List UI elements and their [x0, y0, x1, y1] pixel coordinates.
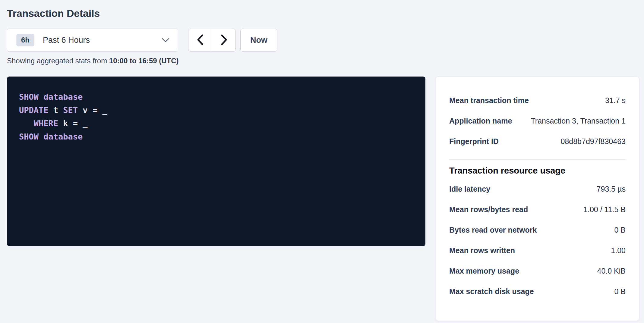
main-content: SHOW databaseUPDATE t SET v = _ WHERE k …: [7, 77, 639, 321]
sql-statement-panel: SHOW databaseUPDATE t SET v = _ WHERE k …: [7, 77, 425, 246]
sql-token: k = _: [58, 119, 88, 128]
stat-value: Transaction 3, Transaction 1: [531, 116, 626, 126]
stat-row: Mean rows/bytes read1.00 / 11.5 B: [449, 199, 626, 220]
chevron-left-icon: [197, 34, 204, 46]
stat-row: Max memory usage40.0 KiB: [449, 261, 626, 281]
sql-token: [39, 92, 43, 102]
sql-token: database: [43, 92, 83, 102]
stat-label: Max memory usage: [449, 266, 525, 276]
stat-label: Mean rows written: [449, 246, 521, 255]
sql-token: SHOW: [19, 92, 39, 102]
stat-row: Idle latency793.5 µs: [449, 179, 626, 199]
sql-token: t: [49, 105, 63, 115]
stat-row: Max scratch disk usage0 B: [449, 281, 626, 302]
stat-label: Mean rows/bytes read: [449, 205, 534, 214]
sql-token: SHOW: [19, 132, 39, 141]
transaction-stats-card: Mean transaction time31.7 sApplication n…: [435, 77, 639, 321]
sql-line: SHOW database: [19, 90, 413, 104]
sql-token: database: [43, 132, 83, 141]
sql-token: [39, 132, 43, 141]
stat-label: Application name: [449, 116, 518, 126]
summary-stats-list: Mean transaction time31.7 sApplication n…: [449, 90, 626, 152]
stat-row: Fingerprint ID08d8b7d97f830463: [449, 131, 626, 152]
sql-token: UPDATE: [19, 105, 49, 115]
time-range-badge: 6h: [16, 34, 34, 46]
caption-prefix: Showing aggregated stats from: [7, 57, 109, 65]
stat-value: 08d8b7d97f830463: [560, 136, 626, 146]
stat-label: Mean transaction time: [449, 96, 535, 105]
stat-label: Max scratch disk usage: [449, 287, 540, 296]
next-range-button[interactable]: [212, 29, 235, 51]
sql-token: [19, 119, 34, 128]
stat-label: Fingerprint ID: [449, 136, 505, 146]
page-title: Transaction Details: [7, 8, 639, 19]
caption-time-range: 10:00 to 16:59 (UTC): [109, 57, 179, 65]
resource-usage-heading: Transaction resource usage: [449, 166, 626, 176]
time-range-dropdown[interactable]: 6h Past 6 Hours: [7, 29, 178, 52]
sql-line: WHERE k = _: [19, 117, 413, 130]
sql-token: v = _: [78, 105, 107, 115]
card-divider: [449, 159, 626, 160]
stat-row: Application nameTransaction 3, Transacti…: [449, 111, 626, 131]
now-button[interactable]: Now: [240, 29, 277, 52]
stat-value: 793.5 µs: [597, 184, 626, 194]
sql-token: SET: [63, 105, 78, 115]
stat-label: Bytes read over network: [449, 225, 543, 235]
previous-range-button[interactable]: [188, 29, 212, 51]
sql-line: UPDATE t SET v = _: [19, 104, 413, 117]
aggregated-stats-caption: Showing aggregated stats from 10:00 to 1…: [7, 57, 639, 65]
stat-value: 0 B: [614, 287, 626, 296]
stat-value: 40.0 KiB: [597, 266, 626, 276]
stat-row: Mean transaction time31.7 s: [449, 90, 626, 111]
stat-row: Mean rows written1.00: [449, 240, 626, 261]
sql-token: WHERE: [34, 119, 58, 128]
stat-value: 1.00: [611, 246, 626, 255]
chevron-right-icon: [220, 34, 228, 46]
resource-stats-list: Idle latency793.5 µsMean rows/bytes read…: [449, 179, 626, 302]
sql-line: SHOW database: [19, 130, 413, 143]
chevron-down-icon: [162, 38, 169, 42]
stat-value: 31.7 s: [605, 96, 626, 105]
stat-label: Idle latency: [449, 184, 496, 194]
stat-value: 1.00 / 11.5 B: [583, 205, 626, 214]
time-pager: [188, 29, 236, 52]
time-toolbar: 6h Past 6 Hours Now: [7, 29, 639, 52]
time-range-label: Past 6 Hours: [43, 36, 162, 45]
stat-row: Bytes read over network0 B: [449, 220, 626, 240]
stat-value: 0 B: [614, 225, 626, 235]
